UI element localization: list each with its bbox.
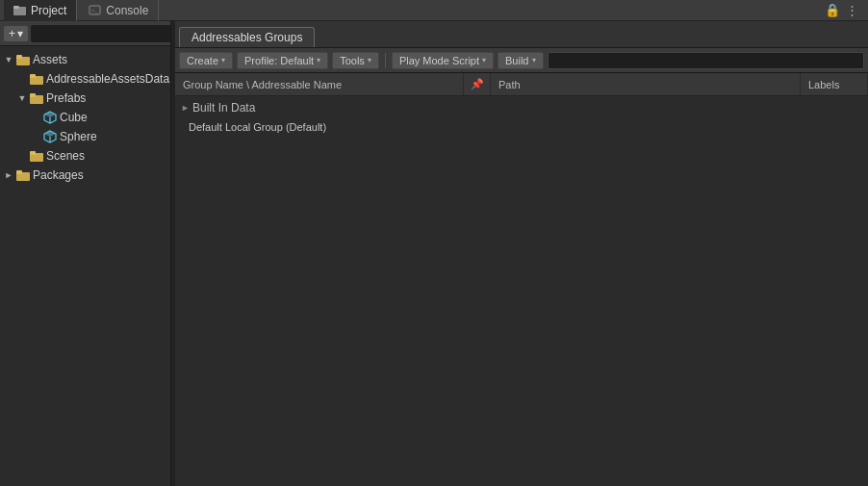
tree-label-sphere: Sphere	[60, 130, 97, 143]
tree-item-assets[interactable]: Assets	[0, 50, 170, 69]
arrow-prefabs	[17, 93, 27, 103]
create-button[interactable]: Create ▾	[179, 52, 233, 69]
build-chevron: ▾	[532, 56, 536, 64]
profile-chevron: ▾	[317, 56, 320, 64]
tree-label-scenes: Scenes	[46, 149, 85, 163]
th-path: Path	[491, 73, 801, 95]
create-chevron: ▾	[221, 56, 225, 64]
cube-icon-cube	[43, 111, 57, 124]
addressables-table: Group Name \ Addressable Name 📌 Path Lab…	[175, 73, 868, 486]
play-mode-button[interactable]: Play Mode Script ▾	[392, 52, 494, 69]
arrow-scenes	[17, 151, 27, 161]
tree-item-sphere[interactable]: Sphere	[0, 127, 170, 146]
arrow-assets	[4, 55, 13, 64]
tools-chevron: ▾	[368, 56, 371, 64]
tree-item-packages[interactable]: Packages	[0, 166, 170, 185]
tree-label-cube: Cube	[60, 111, 88, 124]
addressables-search-input[interactable]	[548, 52, 865, 69]
svg-marker-11	[44, 112, 56, 117]
file-tree: Assets AddressableAssetsData Prefabs	[0, 46, 170, 486]
toolbar-separator	[385, 53, 386, 68]
folder-icon-scenes	[30, 149, 43, 163]
tab-console[interactable]: >_ Console	[79, 0, 159, 21]
svg-rect-7	[30, 74, 36, 78]
main-layout: + ▾ ⊟ 👤 🏷 👁 12	[0, 21, 868, 486]
tab-project[interactable]: Project	[4, 0, 77, 21]
tree-label-packages: Packages	[33, 168, 84, 182]
svg-rect-17	[30, 151, 36, 155]
table-row[interactable]: ► Built In Data	[175, 98, 868, 117]
tab-project-label: Project	[31, 4, 66, 17]
th-labels: Labels	[801, 73, 868, 95]
tab-bar-right: 🔒 ⋮	[825, 3, 864, 17]
project-folder-icon	[13, 4, 26, 16]
folder-icon-prefabs	[30, 91, 43, 105]
more-icon[interactable]: ⋮	[846, 3, 858, 17]
arrow-sphere	[31, 132, 40, 141]
add-button[interactable]: + ▾	[4, 26, 28, 41]
tree-item-cube[interactable]: Cube	[0, 108, 170, 127]
folder-icon-assets	[16, 53, 30, 66]
arrow-addressable	[17, 74, 27, 84]
tab-console-label: Console	[106, 4, 148, 17]
svg-text:>_: >_	[91, 8, 99, 13]
addressables-tab-bar: Addressables Groups	[175, 21, 868, 48]
svg-marker-14	[44, 131, 56, 137]
folder-icon-addressable	[30, 72, 43, 86]
add-plus: +	[9, 27, 15, 40]
tab-bar-left: Project >_ Console	[4, 0, 159, 21]
right-panel: Addressables Groups Create ▾ Profile: De…	[175, 21, 868, 486]
row-label-builtin: Built In Data	[192, 101, 868, 115]
left-panel: + ▾ ⊟ 👤 🏷 👁 12	[0, 21, 171, 486]
cube-icon-sphere	[43, 130, 57, 143]
row-arrow-builtin[interactable]: ►	[181, 103, 192, 113]
addressables-tab-label: Addressables Groups	[191, 31, 302, 44]
folder-icon-packages	[16, 168, 30, 182]
play-mode-label: Play Mode Script	[399, 55, 479, 66]
tab-addressables-groups[interactable]: Addressables Groups	[179, 27, 315, 47]
addressables-toolbar: Create ▾ Profile: Default ▾ Tools ▾ Play…	[175, 48, 868, 73]
tools-button[interactable]: Tools ▾	[332, 52, 379, 69]
tree-item-addressable-assets-data[interactable]: AddressableAssetsData	[0, 69, 170, 89]
row-label-default: Default Local Group (Default)	[189, 121, 868, 133]
arrow-cube	[31, 113, 40, 122]
tools-label: Tools	[340, 55, 365, 66]
svg-rect-19	[16, 170, 22, 174]
table-body: ► Built In Data Default Local Group (Def…	[175, 96, 868, 139]
search-input[interactable]	[31, 25, 171, 42]
build-label: Build	[505, 55, 528, 66]
tree-label-addressable: AddressableAssetsData	[46, 72, 169, 86]
tree-item-prefabs[interactable]: Prefabs	[0, 89, 170, 108]
tree-label-prefabs: Prefabs	[46, 91, 86, 105]
svg-rect-5	[16, 55, 22, 59]
tree-label-assets: Assets	[33, 53, 67, 66]
th-pin: 📌	[464, 73, 491, 95]
build-button[interactable]: Build ▾	[498, 52, 543, 69]
th-name: Group Name \ Addressable Name	[175, 73, 464, 95]
console-icon: >_	[89, 4, 101, 16]
create-label: Create	[187, 55, 218, 66]
profile-label: Profile: Default	[244, 55, 314, 66]
table-header: Group Name \ Addressable Name 📌 Path Lab…	[175, 73, 868, 96]
tree-item-scenes[interactable]: Scenes	[0, 146, 170, 166]
svg-rect-1	[13, 6, 19, 9]
profile-button[interactable]: Profile: Default ▾	[237, 52, 328, 69]
play-mode-chevron: ▾	[482, 56, 486, 64]
lock-icon[interactable]: 🔒	[825, 3, 840, 17]
arrow-packages	[4, 170, 13, 180]
add-arrow: ▾	[17, 27, 23, 40]
svg-rect-9	[30, 93, 36, 97]
tab-bar: Project >_ Console 🔒 ⋮	[0, 0, 868, 21]
table-row[interactable]: Default Local Group (Default)	[175, 117, 868, 137]
search-bar: + ▾ ⊟ 👤 🏷 👁 12	[0, 21, 170, 46]
